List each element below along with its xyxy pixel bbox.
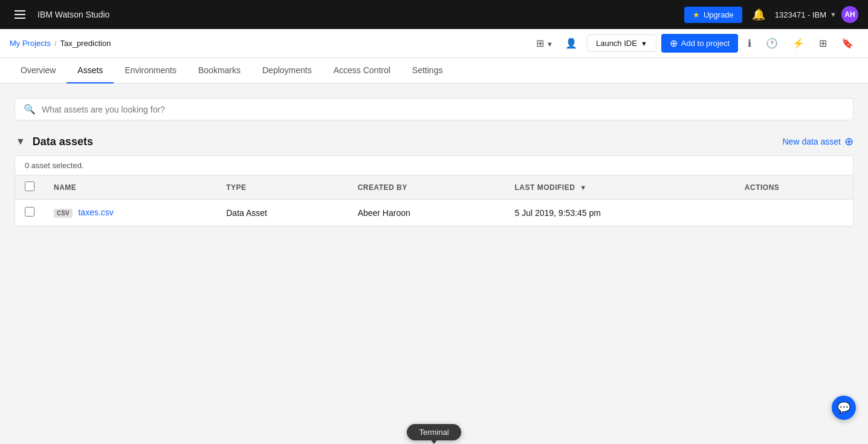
asset-name-link[interactable]: taxes.csv bbox=[78, 207, 113, 217]
info-button[interactable]: ℹ bbox=[743, 35, 756, 51]
history-icon: 🕐 bbox=[766, 38, 778, 48]
tab-environments[interactable]: Environments bbox=[114, 58, 187, 83]
breadcrumb-separator: / bbox=[54, 39, 57, 48]
row-checkbox[interactable] bbox=[25, 207, 34, 217]
selected-info: 0 asset selected. bbox=[15, 156, 853, 175]
upgrade-label: Upgrade bbox=[704, 10, 734, 19]
chat-bubble-button[interactable]: 💬 bbox=[832, 396, 856, 420]
add-project-plus-icon: ⊕ bbox=[670, 38, 678, 49]
breadcrumb-current: Tax_prediction bbox=[60, 39, 111, 48]
search-bar: 🔍 bbox=[15, 98, 853, 120]
header-type: TYPE bbox=[216, 175, 348, 200]
tab-settings[interactable]: Settings bbox=[401, 58, 454, 83]
breadcrumb-projects-link[interactable]: My Projects bbox=[10, 39, 51, 48]
sort-desc-icon: ▼ bbox=[580, 184, 586, 191]
tabs-bar: Overview Assets Environments Bookmarks D… bbox=[0, 58, 868, 83]
account-id: 1323471 - IBM bbox=[775, 10, 826, 19]
view-icon: ⊞ bbox=[536, 38, 544, 48]
project-bar: My Projects / Tax_prediction ⊞ ▼ 👤 Launc… bbox=[0, 29, 868, 58]
header-checkbox-cell bbox=[15, 175, 44, 200]
new-data-asset-button[interactable]: New data asset ⊕ bbox=[783, 135, 854, 148]
table-header-row: NAME TYPE CREATED BY LAST MODIFIED ▼ ACT… bbox=[15, 175, 853, 200]
avatar-initials: AH bbox=[844, 10, 855, 19]
activity-icon: ⚡ bbox=[792, 38, 805, 48]
section-title: Data assets bbox=[33, 135, 93, 148]
tab-overview[interactable]: Overview bbox=[10, 58, 66, 83]
bookmark-icon: 🔖 bbox=[841, 38, 853, 48]
upgrade-button[interactable]: ★ Upgrade bbox=[684, 7, 742, 23]
bookmark-button[interactable]: 🔖 bbox=[837, 35, 858, 51]
grid-icon: ⊞ bbox=[819, 38, 827, 48]
terminal-label: Terminal bbox=[419, 428, 449, 437]
collapse-button[interactable]: ▼ bbox=[15, 135, 27, 148]
csv-badge: csv bbox=[54, 209, 73, 218]
data-assets-table: NAME TYPE CREATED BY LAST MODIFIED ▼ ACT… bbox=[15, 175, 853, 226]
account-chevron-icon: ▼ bbox=[830, 11, 837, 18]
topbar-right: ★ Upgrade 🔔 1323471 - IBM ▼ AH bbox=[684, 5, 858, 24]
bell-icon: 🔔 bbox=[752, 8, 765, 21]
tab-assets[interactable]: Assets bbox=[66, 58, 114, 83]
main-content: 🔍 ▼ Data assets New data asset ⊕ 0 asset… bbox=[0, 83, 868, 440]
add-to-project-label: Add to project bbox=[681, 39, 730, 48]
avatar[interactable]: AH bbox=[841, 6, 858, 23]
topbar-left: IBM Watson Studio bbox=[10, 8, 109, 21]
account-menu[interactable]: 1323471 - IBM ▼ bbox=[775, 10, 837, 19]
breadcrumb: My Projects / Tax_prediction bbox=[10, 39, 111, 48]
project-actions: ⊞ ▼ 👤 Launch IDE ▼ ⊕ Add to project ℹ 🕐 … bbox=[531, 34, 858, 53]
last-modified-label: LAST MODIFIED bbox=[514, 183, 575, 192]
launch-ide-chevron-icon: ▼ bbox=[641, 40, 647, 47]
tab-access-control[interactable]: Access Control bbox=[323, 58, 401, 83]
chat-icon: 💬 bbox=[837, 401, 850, 414]
terminal-bar: Terminal bbox=[0, 420, 868, 440]
select-all-checkbox[interactable] bbox=[25, 181, 34, 191]
info-icon: ℹ bbox=[748, 38, 751, 48]
history-button[interactable]: 🕐 bbox=[761, 35, 783, 51]
terminal-triangle bbox=[430, 439, 438, 440]
table-row: csv taxes.csv Data Asset Abeer Haroon 5 … bbox=[15, 200, 853, 226]
row-type-cell: Data Asset bbox=[216, 200, 348, 226]
collaborators-icon: 👤 bbox=[565, 38, 577, 48]
notifications-button[interactable]: 🔔 bbox=[747, 5, 770, 24]
grid-view-button[interactable]: ⊞ bbox=[814, 35, 832, 51]
row-created-by-cell: Abeer Haroon bbox=[348, 200, 505, 226]
row-last-modified-cell: 5 Jul 2019, 9:53:45 pm bbox=[505, 200, 734, 226]
brand-name: IBM Watson Studio bbox=[37, 10, 109, 19]
header-name: NAME bbox=[44, 175, 216, 200]
new-asset-plus-icon: ⊕ bbox=[844, 135, 853, 148]
menu-button[interactable] bbox=[10, 8, 30, 21]
header-last-modified[interactable]: LAST MODIFIED ▼ bbox=[505, 175, 734, 200]
data-assets-section-header: ▼ Data assets New data asset ⊕ bbox=[15, 135, 853, 148]
search-input[interactable] bbox=[42, 105, 844, 114]
menu-icon bbox=[15, 10, 25, 19]
view-chevron-icon: ▼ bbox=[546, 41, 553, 48]
activity-button[interactable]: ⚡ bbox=[788, 35, 809, 51]
row-actions-cell bbox=[735, 200, 853, 226]
row-checkbox-cell bbox=[15, 200, 44, 226]
launch-ide-label: Launch IDE bbox=[596, 39, 637, 48]
collaborators-button[interactable]: 👤 bbox=[560, 35, 582, 51]
row-name-cell: csv taxes.csv bbox=[44, 200, 216, 226]
topbar: IBM Watson Studio ★ Upgrade 🔔 1323471 - … bbox=[0, 0, 868, 29]
data-assets-table-container: 0 asset selected. NAME TYPE CREATED BY L… bbox=[15, 155, 853, 226]
header-created-by: CREATED BY bbox=[348, 175, 505, 200]
launch-ide-button[interactable]: Launch IDE ▼ bbox=[587, 34, 656, 52]
add-to-project-button[interactable]: ⊕ Add to project bbox=[661, 34, 738, 53]
project-icon-buttons: ⊞ ▼ 👤 bbox=[531, 35, 582, 51]
terminal-button[interactable]: Terminal bbox=[407, 424, 461, 440]
section-title-group: ▼ Data assets bbox=[15, 135, 93, 148]
new-data-asset-label: New data asset bbox=[783, 137, 841, 146]
view-toggle-button[interactable]: ⊞ ▼ bbox=[531, 35, 558, 51]
tab-bookmarks[interactable]: Bookmarks bbox=[187, 58, 251, 83]
star-icon: ★ bbox=[693, 10, 700, 19]
tab-deployments[interactable]: Deployments bbox=[251, 58, 323, 83]
header-actions: ACTIONS bbox=[735, 175, 853, 200]
search-icon: 🔍 bbox=[24, 103, 36, 115]
